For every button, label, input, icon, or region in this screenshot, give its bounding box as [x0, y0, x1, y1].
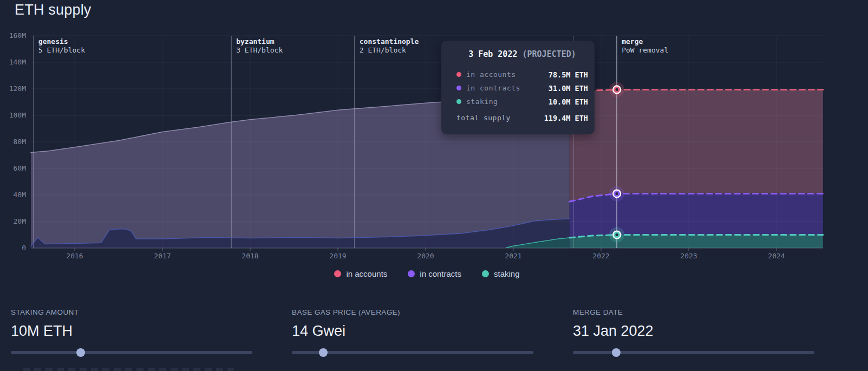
tooltip-row-staking: staking 10.0M ETH — [456, 95, 588, 108]
legend-item-staking[interactable]: staking — [482, 269, 520, 278]
svg-text:byzantium: byzantium — [236, 37, 275, 45]
in-contracts-dot-icon — [408, 270, 415, 277]
svg-text:0: 0 — [22, 244, 26, 252]
tooltip-date: 3 Feb 2022 (PROJECTED) — [456, 49, 588, 59]
in-accounts-dot-icon — [334, 270, 341, 277]
supply-chart-svg[interactable]: 201620172018201920202021202220232024020M… — [0, 0, 868, 265]
control-merge-date: MERGE DATE 31 Jan 2022 — [573, 308, 814, 354]
control-value: 31 Jan 2022 — [573, 323, 814, 340]
control-label: BASE GAS PRICE (AVERAGE) — [292, 308, 533, 316]
control-label: STAKING AMOUNT — [11, 308, 252, 316]
svg-text:20M: 20M — [14, 217, 27, 225]
slider-thumb[interactable] — [612, 348, 621, 357]
svg-text:2018: 2018 — [242, 252, 258, 260]
svg-text:80M: 80M — [14, 138, 27, 146]
tooltip-projected-tag: (PROJECTED) — [523, 49, 576, 59]
eth-supply-simulator: ETH supply 20162017201820192020202120222… — [0, 0, 868, 371]
svg-text:160M: 160M — [9, 31, 26, 40]
svg-text:100M: 100M — [9, 111, 26, 119]
legend-item-in-contracts[interactable]: in contracts — [408, 269, 461, 278]
control-base-gas-price: BASE GAS PRICE (AVERAGE) 14 Gwei — [292, 308, 533, 354]
cutoff-text-remnant — [23, 368, 234, 371]
svg-text:140M: 140M — [9, 58, 26, 66]
svg-text:2024: 2024 — [768, 252, 785, 260]
svg-text:5 ETH/block: 5 ETH/block — [38, 46, 85, 54]
tooltip-total-label: total supply — [456, 114, 544, 122]
control-staking-amount: STAKING AMOUNT 10M ETH — [11, 308, 252, 354]
slider-thumb[interactable] — [319, 348, 328, 357]
merge-date-slider[interactable] — [573, 351, 814, 354]
supply-chart-area[interactable]: 201620172018201920202021202220232024020M… — [0, 0, 868, 265]
staking-dot-icon — [456, 99, 461, 104]
tooltip-row-value: 10.0M ETH — [549, 97, 588, 106]
simulator-controls: STAKING AMOUNT 10M ETH BASE GAS PRICE (A… — [11, 308, 814, 354]
chart-legend: in accounts in contracts staking — [31, 269, 823, 278]
tooltip-row-in-contracts: in contracts 31.0M ETH — [456, 81, 588, 95]
in-accounts-dot-icon — [456, 72, 461, 77]
slider-thumb[interactable] — [76, 348, 85, 357]
svg-text:merge: merge — [622, 37, 643, 45]
svg-text:constantinople: constantinople — [360, 37, 419, 45]
tooltip-total-value: 119.4M ETH — [544, 114, 588, 122]
svg-text:2020: 2020 — [417, 252, 434, 260]
in-contracts-dot-icon — [456, 86, 461, 90]
svg-text:2023: 2023 — [680, 252, 697, 260]
svg-text:2019: 2019 — [329, 252, 346, 260]
tooltip-row-value: 31.0M ETH — [549, 84, 588, 93]
staking-amount-slider[interactable] — [11, 351, 252, 354]
tooltip-row-label: in accounts — [466, 70, 549, 79]
svg-text:3 ETH/block: 3 ETH/block — [236, 46, 283, 54]
legend-label: in accounts — [346, 269, 387, 278]
svg-text:2016: 2016 — [66, 252, 83, 260]
chart-tooltip: 3 Feb 2022 (PROJECTED) in accounts 78.5M… — [441, 41, 595, 134]
svg-text:60M: 60M — [14, 164, 27, 172]
tooltip-row-total-supply: total supply 119.4M ETH — [456, 111, 588, 125]
base-gas-price-slider[interactable] — [292, 351, 533, 354]
svg-text:PoW removal: PoW removal — [622, 46, 668, 54]
legend-label: staking — [494, 269, 520, 278]
svg-text:genesis: genesis — [38, 37, 68, 45]
control-value: 14 Gwei — [292, 323, 533, 340]
tooltip-row-label: in contracts — [466, 84, 549, 92]
tooltip-row-value: 78.5M ETH — [549, 70, 588, 79]
legend-item-in-accounts[interactable]: in accounts — [334, 269, 387, 278]
legend-label: in contracts — [420, 269, 461, 278]
svg-text:40M: 40M — [14, 191, 27, 199]
tooltip-row-in-accounts: in accounts 78.5M ETH — [456, 68, 588, 81]
control-value: 10M ETH — [11, 323, 252, 340]
tooltip-row-label: staking — [466, 97, 549, 106]
control-label: MERGE DATE — [573, 308, 814, 316]
svg-text:2021: 2021 — [505, 252, 521, 260]
staking-dot-icon — [482, 270, 489, 277]
svg-text:120M: 120M — [9, 84, 26, 93]
svg-text:2022: 2022 — [592, 252, 609, 260]
svg-text:2 ETH/block: 2 ETH/block — [360, 46, 406, 54]
svg-text:2017: 2017 — [154, 252, 171, 260]
